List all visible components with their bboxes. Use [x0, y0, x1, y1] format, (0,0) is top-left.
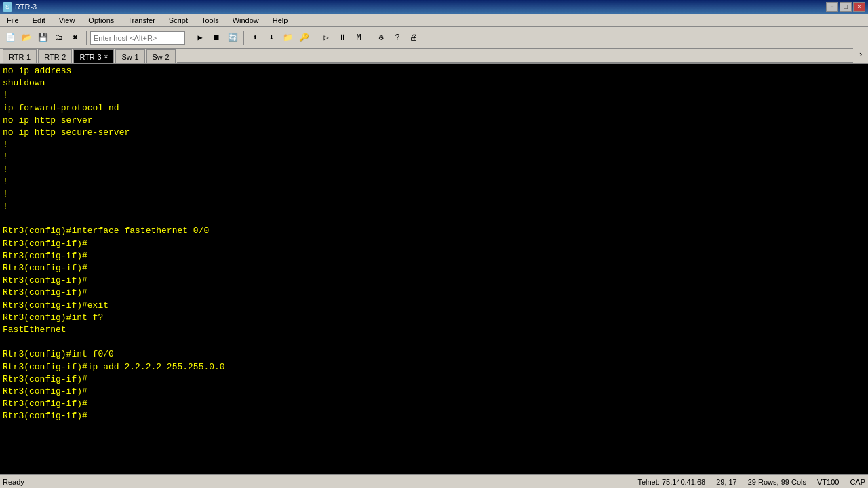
status-telnet: Telnet: 75.140.41.68	[637, 478, 705, 486]
separator-5	[370, 31, 370, 45]
disconnect-button[interactable]: ⏹	[209, 30, 224, 45]
tab-sw1[interactable]: Sw-1	[115, 49, 144, 63]
settings-button[interactable]: ⚙	[374, 30, 389, 45]
tab-scroll-right[interactable]: ›	[853, 47, 868, 62]
close-button[interactable]: ×	[853, 2, 865, 12]
menu-help[interactable]: Help	[269, 16, 292, 25]
app-icon: S	[3, 2, 12, 12]
menu-transfer[interactable]: Transfer	[123, 16, 159, 25]
open-button[interactable]: 📂	[19, 30, 34, 45]
window-controls: − □ ×	[826, 2, 865, 12]
menu-bar: File Edit View Options Transfer Script T…	[0, 14, 868, 27]
separator-3	[243, 31, 244, 45]
menu-edit[interactable]: Edit	[28, 16, 50, 25]
tab-rtr1-label: RTR-1	[9, 53, 31, 61]
sftp-button[interactable]: 📁	[280, 30, 295, 45]
macro-button[interactable]: M	[351, 30, 366, 45]
new-button[interactable]: 📄	[3, 30, 18, 45]
status-bar: Ready Telnet: 75.140.41.68 29, 17 29 Row…	[0, 474, 868, 488]
connect-button[interactable]: ▶	[193, 30, 208, 45]
key-button[interactable]: 🔑	[296, 30, 311, 45]
help-button[interactable]: ?	[390, 30, 405, 45]
tabs-bar: RTR-1 RTR-2 RTR-3 × Sw-1 Sw-2 ›	[0, 49, 868, 64]
host-input[interactable]	[90, 31, 185, 45]
maximize-button[interactable]: □	[840, 2, 852, 12]
terminal-wrapper: no ip address shutdown ! ip forward-prot…	[0, 64, 868, 474]
download-button[interactable]: ⬇	[264, 30, 279, 45]
upload-button[interactable]: ⬆	[248, 30, 262, 45]
terminal-output[interactable]: no ip address shutdown ! ip forward-prot…	[0, 64, 868, 474]
separator-1	[86, 31, 87, 45]
toolbar: 📄 📂 💾 🗂 ✖ ▶ ⏹ 🔄 ⬆ ⬇ 📁 🔑 ▷ ⏸ M ⚙ ? 🖨	[0, 27, 868, 49]
status-cursor: 29, 17	[716, 478, 737, 486]
properties-button[interactable]: 🗂	[52, 30, 66, 45]
reconnect-button[interactable]: 🔄	[225, 30, 240, 45]
status-size: 29 Rows, 99 Cols	[748, 478, 806, 486]
tab-rtr3-label: RTR-3	[79, 53, 101, 61]
menu-file[interactable]: File	[3, 16, 23, 25]
separator-2	[189, 31, 189, 45]
tab-rtr2-label: RTR-2	[44, 53, 66, 61]
tab-rtr3[interactable]: RTR-3 ×	[73, 49, 114, 63]
menu-script[interactable]: Script	[165, 16, 192, 25]
script-run-button[interactable]: ▷	[319, 30, 334, 45]
menu-options[interactable]: Options	[84, 16, 118, 25]
menu-tools[interactable]: Tools	[197, 16, 223, 25]
tab-sw2-label: Sw-2	[153, 53, 170, 61]
title-bar: S RTR-3 − □ ×	[0, 0, 868, 14]
close-session-button[interactable]: ✖	[68, 30, 83, 45]
separator-4	[315, 31, 315, 45]
tab-sw2[interactable]: Sw-2	[146, 49, 176, 63]
tab-sw1-label: Sw-1	[121, 53, 138, 61]
menu-view[interactable]: View	[55, 16, 79, 25]
print-button[interactable]: 🖨	[406, 30, 421, 45]
status-ready: Ready	[3, 478, 24, 486]
tab-rtr1[interactable]: RTR-1	[3, 49, 37, 63]
status-caps: CAP	[850, 478, 865, 486]
tab-rtr2[interactable]: RTR-2	[38, 49, 72, 63]
menu-window[interactable]: Window	[229, 16, 263, 25]
save-button[interactable]: 💾	[35, 30, 50, 45]
script-stop-button[interactable]: ⏸	[335, 30, 350, 45]
status-vt: VT100	[817, 478, 839, 486]
tab-rtr3-close[interactable]: ×	[104, 53, 108, 60]
minimize-button[interactable]: −	[826, 2, 838, 12]
window-title: RTR-3	[15, 3, 37, 11]
